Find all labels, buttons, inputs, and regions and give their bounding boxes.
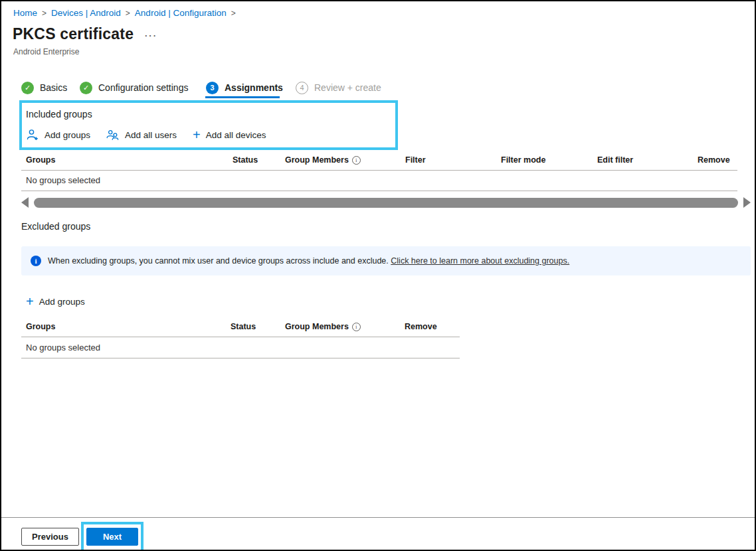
column-header-filter[interactable]: Filter — [405, 155, 426, 165]
page-subtitle: Android Enterprise — [13, 47, 79, 56]
tab-review-create: 4 Review + create — [296, 81, 381, 94]
people-icon — [106, 129, 120, 141]
column-header-status[interactable]: Status — [231, 322, 256, 331]
tab-label: Basics — [40, 82, 67, 93]
highlight-box-included-groups — [19, 100, 398, 150]
included-groups-actions: Add groups Add all users + Add all devic… — [26, 129, 266, 141]
add-all-devices-button[interactable]: + Add all devices — [193, 129, 266, 140]
tab-label: Configuration settings — [98, 82, 188, 93]
excluded-table-header: Groups Status Group Members i Remove — [21, 322, 460, 334]
scrollbar-thumb[interactable] — [34, 198, 738, 208]
page-title: PKCS certificate — [13, 25, 134, 43]
divider — [21, 170, 737, 171]
scroll-right-arrow-icon[interactable] — [743, 197, 751, 208]
action-label: Add all devices — [206, 130, 266, 140]
action-label: Add all users — [125, 130, 177, 140]
breadcrumb-android-configuration[interactable]: Android | Configuration — [135, 8, 227, 18]
footer-divider — [1, 517, 755, 518]
column-header-edit-filter[interactable]: Edit filter — [597, 155, 633, 165]
previous-button[interactable]: Previous — [21, 528, 79, 546]
column-header-remove[interactable]: Remove — [405, 322, 437, 331]
tab-assignments[interactable]: 3 Assignments — [206, 81, 283, 94]
action-label: Add groups — [45, 130, 90, 140]
add-all-users-button[interactable]: Add all users — [106, 129, 177, 141]
divider — [21, 191, 737, 191]
pkcs-certificate-wizard-page: Home > Devices | Android > Android | Con… — [0, 0, 756, 551]
step-number-icon: 4 — [296, 82, 308, 94]
plus-icon: + — [193, 129, 201, 140]
column-header-filter-mode[interactable]: Filter mode — [501, 155, 545, 165]
check-icon: ✓ — [21, 82, 34, 94]
column-header-groups[interactable]: Groups — [26, 155, 55, 165]
add-groups-button[interactable]: Add groups — [26, 129, 90, 141]
info-icon[interactable]: i — [352, 156, 361, 165]
learn-more-link[interactable]: Click here to learn more about excluding… — [391, 256, 569, 266]
more-options-button[interactable]: ··· — [145, 31, 157, 40]
person-add-icon — [26, 129, 39, 141]
breadcrumb-devices-android[interactable]: Devices | Android — [51, 8, 121, 18]
included-table-header: Groups Status Group Members i Filter Fil… — [21, 155, 737, 167]
tab-basics[interactable]: ✓ Basics — [21, 81, 67, 94]
active-tab-underline — [205, 96, 280, 98]
excluded-table-empty-row: No groups selected — [26, 343, 100, 353]
breadcrumb-separator: > — [126, 9, 130, 18]
column-header-status[interactable]: Status — [233, 155, 258, 165]
tab-configuration-settings[interactable]: ✓ Configuration settings — [80, 81, 188, 94]
info-icon: i — [31, 256, 41, 266]
info-icon[interactable]: i — [352, 323, 361, 331]
plus-icon: + — [26, 296, 34, 307]
included-table-empty-row: No groups selected — [26, 175, 100, 185]
breadcrumb: Home > Devices | Android > Android | Con… — [13, 8, 236, 18]
tab-label: Review + create — [314, 82, 381, 93]
breadcrumb-separator: > — [231, 9, 236, 18]
scroll-left-arrow-icon[interactable] — [21, 197, 29, 208]
exclude-info-banner: i When excluding groups, you cannot mix … — [21, 246, 751, 276]
column-header-remove[interactable]: Remove — [698, 155, 730, 165]
column-header-groups[interactable]: Groups — [26, 322, 55, 331]
step-number-icon: 3 — [206, 82, 219, 94]
excluded-groups-heading: Excluded groups — [21, 221, 90, 232]
check-icon: ✓ — [80, 82, 92, 94]
divider — [21, 337, 460, 337]
included-groups-heading: Included groups — [26, 109, 92, 119]
divider — [21, 358, 460, 358]
banner-text: When excluding groups, you cannot mix us… — [48, 256, 569, 266]
tab-label: Assignments — [225, 82, 283, 93]
excluded-add-groups-button[interactable]: + Add groups — [26, 296, 85, 307]
horizontal-scrollbar[interactable] — [21, 196, 751, 209]
breadcrumb-separator: > — [42, 9, 47, 18]
action-label: Add groups — [39, 297, 85, 307]
column-header-group-members[interactable]: Group Members i — [285, 155, 361, 165]
breadcrumb-home[interactable]: Home — [13, 8, 37, 18]
column-header-group-members[interactable]: Group Members i — [285, 322, 361, 331]
next-button[interactable]: Next — [86, 528, 138, 546]
